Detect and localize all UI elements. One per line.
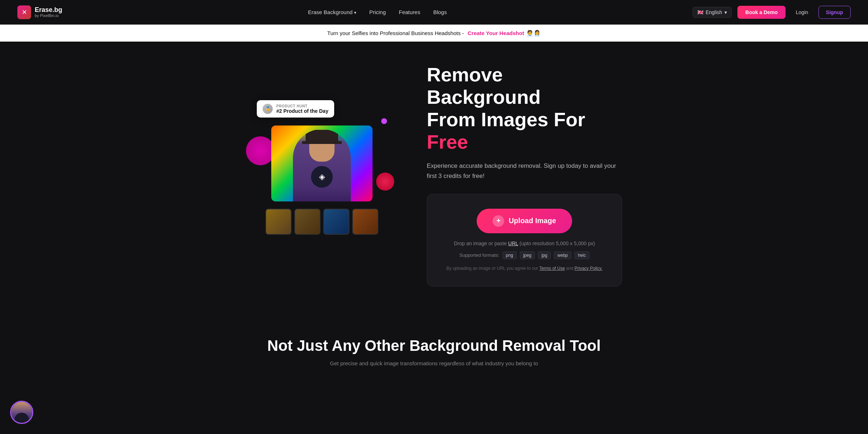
- upload-plus-icon: +: [493, 215, 504, 227]
- chevron-down-icon: [354, 9, 356, 15]
- nav-blogs[interactable]: Blogs: [433, 9, 447, 15]
- bottom-subtitle: Get precise and quick image transformati…: [29, 360, 839, 366]
- thumbnail-3[interactable]: [323, 209, 349, 235]
- decorative-circle-pink-large: [246, 136, 275, 165]
- upload-box: + Upload Image Drop an image or paste UR…: [427, 194, 622, 286]
- product-hunt-badge: 🏅 PRODUCT HUNT #2 Product of the Day: [257, 100, 334, 118]
- person-hat: [306, 130, 338, 142]
- logo-text: Erase.bg by PixelBin.io: [35, 7, 62, 18]
- product-hunt-rank: #2 Product of the Day: [276, 108, 328, 114]
- thumbnail-2[interactable]: [294, 209, 320, 235]
- nav-links: Erase Background Pricing Features Blogs: [308, 9, 447, 15]
- hero-title-line1: Remove Background: [427, 64, 541, 108]
- product-hunt-text: PRODUCT HUNT #2 Product of the Day: [276, 104, 328, 114]
- hero-content: Remove Background From Images For Free E…: [427, 63, 622, 286]
- supported-formats-row: Supported formats: png jpeg jpg webp hei…: [440, 251, 609, 259]
- login-button[interactable]: Login: [791, 6, 812, 19]
- nav-erase-background[interactable]: Erase Background: [308, 9, 356, 15]
- avatar-body: [14, 413, 29, 423]
- bottom-title: Not Just Any Other Background Removal To…: [29, 337, 839, 354]
- hero-title: Remove Background From Images For Free: [427, 63, 622, 153]
- format-webp: webp: [554, 251, 571, 259]
- language-selector[interactable]: 🇬🇧 English ▾: [693, 7, 732, 18]
- announcement-emojis: 🧑‍💼👩‍💼: [526, 30, 541, 37]
- logo[interactable]: ✕ Erase.bg by PixelBin.io: [17, 5, 62, 19]
- upload-image-button[interactable]: + Upload Image: [477, 209, 572, 233]
- format-png: png: [502, 251, 517, 259]
- announcement-bar: Turn your Selfies into Professional Busi…: [0, 25, 868, 42]
- privacy-policy-link[interactable]: Privacy Policy.: [575, 266, 603, 271]
- pixelbin-watermark-icon: ◈: [319, 172, 325, 182]
- flag-icon: 🇬🇧: [697, 9, 703, 15]
- chat-avatar-button[interactable]: [10, 401, 33, 424]
- format-jpg: jpg: [538, 251, 551, 259]
- format-heic: heic: [574, 251, 590, 259]
- terms-of-use-link[interactable]: Terms of Use: [539, 266, 565, 271]
- formats-label: Supported formats:: [459, 252, 499, 258]
- hero-title-line2: From Images For: [427, 109, 585, 130]
- upload-button-label: Upload Image: [509, 217, 556, 225]
- logo-sub: by PixelBin.io: [35, 13, 62, 18]
- main-hero-image: [271, 125, 373, 201]
- product-hunt-label: PRODUCT HUNT: [276, 104, 328, 108]
- nav-features[interactable]: Features: [399, 9, 420, 15]
- create-headshot-link[interactable]: Create Your Headshot: [468, 30, 524, 36]
- logo-name: Erase.bg: [35, 7, 62, 14]
- hero-section: 🏅 PRODUCT HUNT #2 Product of the Day ◈: [0, 42, 868, 308]
- announcement-text: Turn your Selfies into Professional Busi…: [327, 30, 465, 36]
- thumbnail-4[interactable]: [352, 209, 378, 235]
- hero-subtitle: Experience accurate background removal. …: [427, 161, 622, 180]
- product-hunt-medal-icon: 🏅: [263, 104, 273, 114]
- thumbnail-1[interactable]: [265, 209, 292, 235]
- decorative-circle-purple-small: [381, 118, 387, 124]
- drop-zone-text: Drop an image or paste URL (upto resolut…: [440, 241, 609, 246]
- bottom-section: Not Just Any Other Background Removal To…: [0, 308, 868, 381]
- image-person: [293, 129, 351, 201]
- decorative-circle-red: [376, 173, 394, 191]
- signup-button[interactable]: Signup: [818, 6, 851, 19]
- hero-image-showcase: 🏅 PRODUCT HUNT #2 Product of the Day ◈: [246, 115, 398, 235]
- format-jpeg: jpeg: [520, 251, 535, 259]
- language-label: English: [706, 9, 722, 15]
- navbar: ✕ Erase.bg by PixelBin.io Erase Backgrou…: [0, 0, 868, 25]
- avatar-person-image: [11, 402, 32, 423]
- watermark-overlay: ◈: [311, 166, 333, 188]
- paste-url-link[interactable]: URL: [508, 241, 518, 246]
- chevron-down-icon: ▾: [724, 9, 727, 15]
- nav-pricing[interactable]: Pricing: [369, 9, 386, 15]
- legal-text: By uploading an image or URL you agree t…: [440, 265, 609, 272]
- logo-icon: ✕: [17, 5, 31, 19]
- thumbnail-strip: [246, 209, 398, 235]
- book-demo-button[interactable]: Book a Demo: [737, 6, 786, 19]
- hero-title-free: Free: [427, 131, 468, 153]
- nav-right: 🇬🇧 English ▾ Book a Demo Login Signup: [693, 6, 851, 19]
